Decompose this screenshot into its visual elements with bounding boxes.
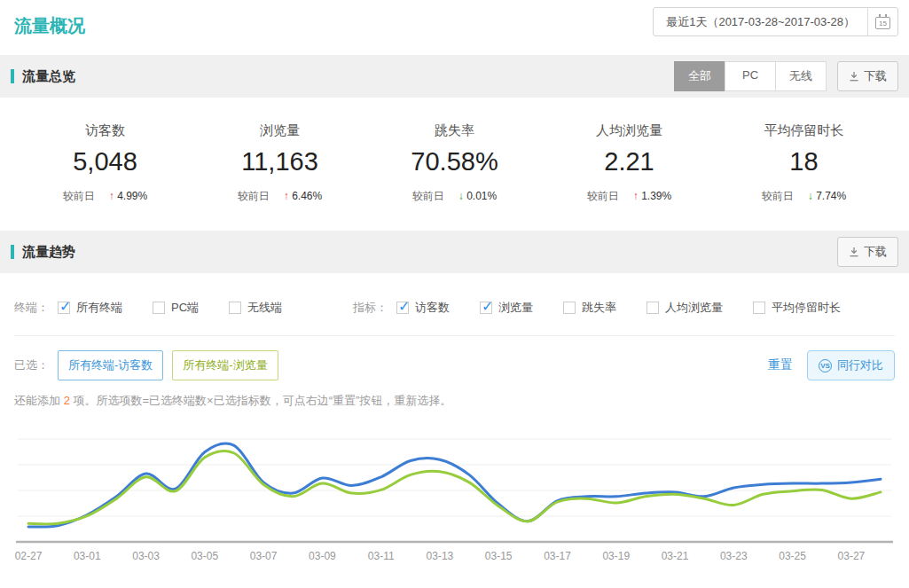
date-picker: 最近1天（2017-03-28~2017-03-28） 15 bbox=[653, 7, 898, 36]
checkbox-icon bbox=[480, 302, 492, 314]
checkbox-label: 平均停留时长 bbox=[772, 300, 841, 316]
download-icon bbox=[849, 247, 859, 257]
compare-label: 较前日 bbox=[412, 190, 444, 202]
compare-label: 较前日 bbox=[238, 190, 270, 202]
metric-value: 18 bbox=[738, 147, 871, 176]
tab-all[interactable]: 全部 bbox=[674, 61, 725, 91]
overview-section-title-wrap: 流量总览 bbox=[11, 68, 75, 85]
selected-label: 已选： bbox=[14, 357, 49, 373]
up-arrow-icon: ↑ bbox=[633, 190, 639, 202]
trend-body: 终端： 所有终端 PC端 无线端 指标： 访客数 浏览量 跳失率 bbox=[0, 273, 909, 572]
svg-text:03-01: 03-01 bbox=[74, 550, 101, 562]
svg-text:03-19: 03-19 bbox=[602, 550, 630, 562]
trend-section-title-wrap: 流量趋势 bbox=[11, 244, 75, 261]
calendar-day-label: 15 bbox=[876, 20, 889, 28]
calendar-button[interactable]: 15 bbox=[867, 8, 897, 35]
checkbox-icon bbox=[229, 302, 241, 314]
hint-text: 还能添加 2 项。所选项数=已选终端数×已选指标数，可点右边“重置”按钮，重新选… bbox=[14, 393, 895, 409]
metric-avg-stay-time: 平均停留时长 18 较前日↓ 7.74% bbox=[738, 122, 871, 204]
peer-compare-button[interactable]: VS 同行对比 bbox=[807, 350, 895, 380]
page-header: 流量概况 最近1天（2017-03-28~2017-03-28） 15 bbox=[0, 0, 909, 55]
checkbox-icon bbox=[58, 302, 70, 314]
checkbox-label: 浏览量 bbox=[498, 300, 533, 316]
up-arrow-icon: ↑ bbox=[109, 190, 114, 202]
metric-filter-label: 指标： bbox=[353, 300, 388, 316]
metric-value: 11,163 bbox=[214, 147, 347, 176]
metric-value: 2.21 bbox=[563, 147, 696, 176]
metric-delta: 1.39% bbox=[641, 190, 671, 202]
metric-delta: 6.46% bbox=[292, 190, 322, 202]
tab-pc[interactable]: PC bbox=[725, 61, 776, 91]
terminal-tab-group: 全部 PC 无线 bbox=[674, 61, 827, 91]
checkbox-label: PC端 bbox=[171, 300, 199, 316]
down-arrow-icon: ↓ bbox=[808, 190, 813, 202]
trend-line-chart: 02-2703-0103-0303-0503-0703-0903-1103-13… bbox=[14, 427, 895, 568]
checkbox-icon bbox=[153, 302, 165, 314]
svg-text:03-07: 03-07 bbox=[250, 550, 278, 562]
checkbox-label: 所有终端 bbox=[76, 300, 122, 316]
reset-button[interactable]: 重置 bbox=[768, 357, 793, 373]
download-icon bbox=[849, 71, 859, 82]
selected-tag-visitors[interactable]: 所有终端-访客数 bbox=[58, 350, 163, 380]
metric-value: 5,048 bbox=[39, 147, 172, 176]
checkbox-label: 无线端 bbox=[247, 300, 282, 316]
date-range-button[interactable]: 最近1天（2017-03-28~2017-03-28） bbox=[654, 8, 867, 35]
trend-section-title: 流量趋势 bbox=[22, 244, 75, 261]
compare-label: 较前日 bbox=[63, 190, 95, 202]
metric-pages-per-visit: 人均浏览量 2.21 较前日↑ 1.39% bbox=[563, 122, 696, 204]
checkbox-pageviews[interactable]: 浏览量 bbox=[480, 300, 533, 316]
checkbox-visitors[interactable]: 访客数 bbox=[396, 300, 450, 316]
tab-wireless[interactable]: 无线 bbox=[775, 61, 827, 91]
checkbox-icon bbox=[396, 302, 409, 314]
terminal-filter-label: 终端： bbox=[14, 300, 49, 316]
checkbox-avg-stay-time[interactable]: 平均停留时长 bbox=[753, 300, 841, 316]
checkbox-wireless-terminal[interactable]: 无线端 bbox=[229, 300, 282, 316]
overview-download-button[interactable]: 下载 bbox=[837, 61, 898, 91]
up-arrow-icon: ↑ bbox=[284, 190, 289, 202]
svg-text:03-09: 03-09 bbox=[309, 550, 336, 562]
compare-label: 较前日 bbox=[587, 190, 619, 202]
checkbox-icon bbox=[646, 302, 659, 314]
calendar-icon: 15 bbox=[875, 17, 890, 29]
metric-pageviews: 浏览量 11,163 较前日↑ 6.46% bbox=[214, 122, 347, 204]
checkbox-bounce-rate[interactable]: 跳失率 bbox=[563, 300, 616, 316]
trend-chart-container: 02-2703-0103-0303-0503-0703-0903-1103-13… bbox=[14, 427, 898, 572]
metric-value: 70.58% bbox=[388, 147, 521, 176]
filter-row: 终端： 所有终端 PC端 无线端 指标： 访客数 浏览量 跳失率 bbox=[14, 273, 895, 336]
hint-suffix: 项。所选项数=已选终端数×已选指标数，可点右边“重置”按钮，重新选择。 bbox=[70, 394, 451, 407]
svg-text:03-13: 03-13 bbox=[427, 550, 454, 562]
svg-text:03-03: 03-03 bbox=[132, 550, 160, 562]
peer-compare-label: 同行对比 bbox=[837, 357, 883, 373]
compare-label: 较前日 bbox=[762, 190, 794, 202]
checkbox-all-terminals[interactable]: 所有终端 bbox=[58, 300, 122, 316]
svg-text:03-23: 03-23 bbox=[720, 550, 748, 562]
trend-controls: 下载 bbox=[837, 237, 898, 267]
metric-delta: 0.01% bbox=[466, 190, 497, 202]
checkbox-icon bbox=[753, 302, 765, 314]
section-accent-bar bbox=[11, 245, 14, 259]
checkbox-pc-terminal[interactable]: PC端 bbox=[153, 300, 199, 316]
selected-row: 已选： 所有终端-访客数 所有终端-浏览量 重置 VS 同行对比 bbox=[14, 350, 895, 380]
trend-download-label: 下载 bbox=[864, 244, 887, 260]
selected-tag-pageviews[interactable]: 所有终端-浏览量 bbox=[172, 350, 278, 380]
metric-label: 人均浏览量 bbox=[563, 122, 696, 139]
svg-text:02-27: 02-27 bbox=[15, 550, 43, 562]
metric-bounce-rate: 跳失率 70.58% 较前日↓ 0.01% bbox=[388, 122, 521, 204]
overview-section-title: 流量总览 bbox=[22, 68, 75, 85]
metric-label: 跳失率 bbox=[388, 122, 521, 139]
checkbox-icon bbox=[563, 302, 576, 314]
trend-section-header: 流量趋势 下载 bbox=[0, 231, 909, 273]
down-arrow-icon: ↓ bbox=[458, 190, 464, 202]
svg-text:03-17: 03-17 bbox=[544, 550, 571, 562]
metric-label: 浏览量 bbox=[214, 122, 347, 139]
svg-text:03-21: 03-21 bbox=[662, 550, 689, 562]
hint-remaining-count: 2 bbox=[64, 394, 70, 407]
checkbox-label: 人均浏览量 bbox=[665, 300, 723, 316]
metric-delta: 7.74% bbox=[816, 190, 846, 202]
svg-text:03-27: 03-27 bbox=[838, 550, 866, 562]
trend-download-button[interactable]: 下载 bbox=[837, 237, 898, 267]
metrics-row: 访客数 5,048 较前日↑ 4.99% 浏览量 11,163 较前日↑ 6.4… bbox=[0, 98, 909, 231]
vs-circle-icon: VS bbox=[819, 359, 832, 372]
checkbox-pages-per-visit[interactable]: 人均浏览量 bbox=[646, 300, 723, 316]
svg-text:03-15: 03-15 bbox=[485, 550, 513, 562]
